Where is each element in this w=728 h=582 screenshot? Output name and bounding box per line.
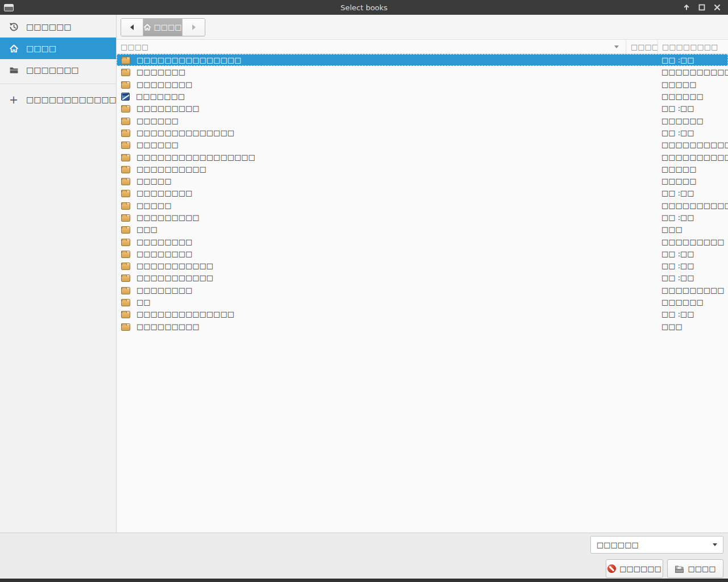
file-name: □□□□□□□□□□□□□□: [136, 310, 626, 318]
folder-icon: [121, 226, 130, 234]
file-name: □□□□□□□□□□□: [136, 261, 626, 270]
sidebar-item-home[interactable]: □□□□: [0, 38, 116, 59]
folder-icon: [121, 69, 130, 76]
plus-icon: +: [9, 94, 19, 105]
file-row[interactable]: □□□□□□□□□ □□ :□□: [117, 102, 728, 114]
sidebar-item-label: □□□□□□□: [26, 65, 79, 74]
folder-icon: [121, 311, 130, 318]
file-name: □□□: [136, 225, 626, 234]
file-name: □□□□□□□□: [136, 238, 626, 246]
file-row[interactable]: □□□□□□□□□□□□□□ □□ :□□: [117, 308, 728, 320]
file-modified: □□□□□□□□□□□: [657, 140, 728, 149]
file-row[interactable]: □□□□□□ □□□□□□: [117, 114, 728, 126]
file-row[interactable]: □□□□□□ □□□□□□□□□□□: [117, 139, 728, 151]
close-icon[interactable]: [712, 2, 722, 13]
file-row[interactable]: □□□□□□□□ □□□□□: [117, 78, 728, 90]
file-row[interactable]: □□□□□□□ □□□□□□: [117, 90, 728, 102]
home-icon: [143, 23, 151, 31]
file-modified: □□□: [657, 225, 728, 234]
sidebar-item-label: □□□□□□: [26, 22, 71, 31]
file-name: □□□□□□: [136, 140, 626, 149]
path-home-label: □□□□: [154, 23, 181, 31]
file-row[interactable]: □□□□□□□□□□□ □□ :□□: [117, 260, 728, 272]
chevron-down-icon: [713, 543, 717, 546]
file-row[interactable]: □□□□□ □□□□□: [117, 175, 728, 187]
file-modified: □□ :□□: [657, 189, 728, 197]
file-name: □□□□□: [136, 177, 626, 185]
sidebar-item-label: □□□□: [26, 44, 56, 53]
maximize-icon[interactable]: [697, 2, 707, 13]
file-row[interactable]: □□□□□□□□ □□□□□□□□□: [117, 284, 728, 296]
file-row[interactable]: □□□□□□□□□□□ □□ :□□: [117, 272, 728, 284]
file-name: □□□□□: [136, 201, 626, 210]
file-modified: □□□□□□: [657, 298, 728, 306]
file-row[interactable]: □□□□□□□□□□ □□□□□: [117, 163, 728, 175]
folder-icon: [121, 130, 130, 137]
file-row[interactable]: □□□□□□□ □□□□□□□□□□□: [117, 66, 728, 78]
file-modified: □□□□□□□□□□□: [657, 201, 728, 210]
path-home-button[interactable]: □□□□: [143, 19, 183, 36]
file-modified: □□□□□□: [657, 92, 728, 101]
folder-icon: [121, 105, 130, 113]
file-list: □□□□□□□□□□□□□□□ □□ :□□ □□□□□□□ □□□□□□□□□…: [117, 54, 728, 533]
file-name: □□□□□□□: [136, 92, 626, 101]
forward-icon: [192, 24, 196, 30]
sidebar-item-documents[interactable]: □□□□□□□: [0, 59, 116, 81]
cancel-button[interactable]: □□□□□□: [606, 559, 663, 578]
file-modified: □□□: [657, 322, 728, 331]
open-folder-icon: [675, 564, 684, 573]
back-icon: [130, 24, 134, 30]
file-row[interactable]: □□□□□□□□□ □□ :□□: [117, 211, 728, 223]
folder-icon: [121, 239, 130, 246]
column-header-size[interactable]: □□□□: [626, 40, 657, 53]
file-modified: □□□□□□□□□□□: [657, 153, 728, 161]
sidebar-item-recent[interactable]: □□□□□□: [0, 16, 116, 38]
folder-icon: [121, 323, 130, 331]
column-header-name[interactable]: □□□□: [117, 43, 626, 51]
file-row[interactable]: □□□□□□□□□□□□□□□ □□ :□□: [117, 54, 728, 66]
file-name: □□□□□□□□: [136, 80, 626, 89]
folder-icon: [121, 178, 130, 185]
file-modified: □□□□□: [657, 177, 728, 185]
column-header-modified[interactable]: □□□□□□□□: [657, 40, 728, 53]
list-header: □□□□ □□□□ □□□□□□□□: [117, 40, 728, 54]
file-name: □□□□□□□□□□□□□□□□□: [136, 153, 626, 161]
folder-icon: [121, 263, 130, 270]
folder-icon: [121, 142, 130, 149]
file-name: □□□□□□□□: [136, 286, 626, 294]
column-modified-label: □□□□□□□□: [662, 43, 718, 51]
sidebar-new-bookmark[interactable]: + □□□□□□□□□□□□□□: [0, 87, 116, 112]
file-row[interactable]: □□□ □□□: [117, 223, 728, 235]
file-modified: □□ :□□: [657, 56, 728, 64]
recent-icon: [9, 22, 19, 32]
file-row[interactable]: □□□□□□□□ □□ :□□: [117, 187, 728, 199]
column-name-label: □□□□: [121, 43, 148, 51]
file-name: □□□□□□□□□□: [136, 165, 626, 173]
file-name: □□□□□□□□□: [136, 322, 626, 331]
open-button[interactable]: □□□□: [667, 559, 723, 578]
file-row[interactable]: □□□□□□□□□□□□□□□□□ □□□□□□□□□□□: [117, 151, 728, 163]
file-row[interactable]: □□□□□□□□ □□ :□□: [117, 248, 728, 260]
file-name: □□□□□□□□□: [136, 104, 626, 113]
file-type-filter-combo[interactable]: □□□□□□: [590, 536, 723, 554]
forward-button[interactable]: [183, 19, 205, 36]
minimize-icon[interactable]: [681, 2, 692, 13]
folder-icon: [121, 214, 130, 222]
file-row[interactable]: □□□□□□□□ □□□□□□□□□: [117, 235, 728, 247]
desktop-icon: [121, 93, 130, 101]
folder-icon: [121, 299, 130, 306]
window-title: Select books: [0, 3, 728, 12]
file-row[interactable]: □□ □□□□□□: [117, 296, 728, 308]
file-row[interactable]: □□□□□□□□□□□□□□ □□ :□□: [117, 127, 728, 139]
file-browser: □□□□ □□□□ □□□□ □□□□□□□□ □□□□□□□□□□□: [117, 15, 728, 533]
places-sidebar: □□□□□□ □□□□ □□□□□□□ + □□□□□□□□□□□□□□: [0, 15, 117, 533]
file-name: □□□□□□□□: [136, 189, 626, 197]
home-icon: [9, 43, 19, 53]
file-row[interactable]: □□□□□□□□□ □□□: [117, 321, 728, 332]
file-modified: □□□□□□□□□□□: [657, 68, 728, 76]
back-button[interactable]: [121, 19, 143, 36]
folder-icon: [121, 81, 130, 89]
file-row[interactable]: □□□□□ □□□□□□□□□□□: [117, 199, 728, 211]
titlebar: Select books: [0, 0, 728, 15]
column-size-label: □□□□: [631, 43, 659, 51]
